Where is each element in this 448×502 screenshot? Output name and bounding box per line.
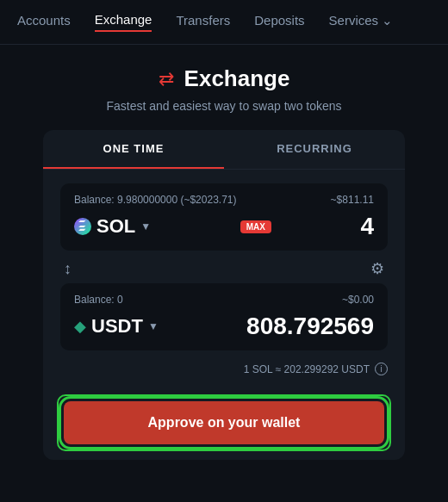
exchange-subtitle: Fastest and easiest way to swap two toke… bbox=[106, 99, 341, 113]
rate-text: 1 SOL ≈ 202.299292 USDT bbox=[244, 363, 370, 375]
approve-button[interactable]: Approve on your wallet bbox=[64, 401, 384, 444]
tab-recurring[interactable]: RECURRING bbox=[224, 130, 405, 169]
from-token-amount[interactable]: 4 bbox=[360, 213, 374, 240]
from-balance-row: Balance: 9.980000000 (~$2023.71) ~$811.1… bbox=[74, 194, 374, 206]
to-usd-value: ~$0.00 bbox=[342, 294, 374, 306]
to-token-selector[interactable]: ◆ USDT ▼ bbox=[74, 315, 159, 338]
to-balance-label: Balance: 0 bbox=[74, 294, 123, 306]
swap-row: ↕ ⚙ bbox=[60, 254, 388, 283]
settings-icon[interactable]: ⚙ bbox=[370, 259, 384, 278]
exchange-icon: ⇄ bbox=[159, 68, 174, 90]
navbar: Accounts Exchange Transfers Deposits Ser… bbox=[0, 0, 448, 45]
nav-services-label: Services bbox=[329, 13, 379, 28]
tab-one-time[interactable]: ONE TIME bbox=[43, 130, 224, 169]
from-token-row: SOL ▼ MAX 4 bbox=[74, 213, 374, 240]
from-balance-label: Balance: 9.980000000 (~$2023.71) bbox=[74, 194, 237, 206]
from-token-selector[interactable]: SOL ▼ bbox=[74, 215, 151, 238]
exchange-header: ⇄ Exchange bbox=[159, 65, 290, 92]
sol-icon bbox=[74, 218, 91, 235]
nav-exchange[interactable]: Exchange bbox=[95, 12, 152, 32]
exchange-card: ONE TIME RECURRING Balance: 9.980000000 … bbox=[43, 130, 405, 460]
to-token-chevron-icon: ▼ bbox=[148, 320, 159, 332]
usdt-icon: ◆ bbox=[74, 317, 86, 336]
to-token-row: ◆ USDT ▼ 808.792569 bbox=[74, 313, 374, 340]
nav-deposits[interactable]: Deposits bbox=[254, 13, 304, 31]
swap-arrows-icon[interactable]: ↕ bbox=[64, 260, 72, 278]
exchange-body: Balance: 9.980000000 (~$2023.71) ~$811.1… bbox=[43, 170, 405, 394]
to-token-amount[interactable]: 808.792569 bbox=[246, 313, 374, 340]
from-token-section: Balance: 9.980000000 (~$2023.71) ~$811.1… bbox=[60, 183, 388, 251]
main-content: ⇄ Exchange Fastest and easiest way to sw… bbox=[0, 45, 448, 477]
max-button[interactable]: MAX bbox=[240, 220, 271, 233]
to-token-section: Balance: 0 ~$0.00 ◆ USDT ▼ 808.792569 bbox=[60, 283, 388, 350]
from-usd-value: ~$811.11 bbox=[331, 194, 374, 206]
info-icon[interactable]: i bbox=[375, 363, 388, 375]
nav-services[interactable]: Services ⌄ bbox=[329, 13, 394, 32]
to-balance-row: Balance: 0 ~$0.00 bbox=[74, 294, 374, 306]
approve-button-highlight: Approve on your wallet bbox=[57, 394, 391, 451]
rate-row: 1 SOL ≈ 202.299292 USDT i bbox=[60, 354, 388, 381]
page-title: Exchange bbox=[184, 65, 290, 92]
to-token-symbol: USDT bbox=[91, 315, 143, 338]
from-token-chevron-icon: ▼ bbox=[140, 220, 151, 232]
nav-accounts[interactable]: Accounts bbox=[17, 13, 71, 31]
chevron-down-icon: ⌄ bbox=[382, 13, 393, 28]
nav-transfers[interactable]: Transfers bbox=[176, 13, 230, 31]
from-token-symbol: SOL bbox=[96, 215, 135, 238]
tab-bar: ONE TIME RECURRING bbox=[43, 130, 405, 170]
